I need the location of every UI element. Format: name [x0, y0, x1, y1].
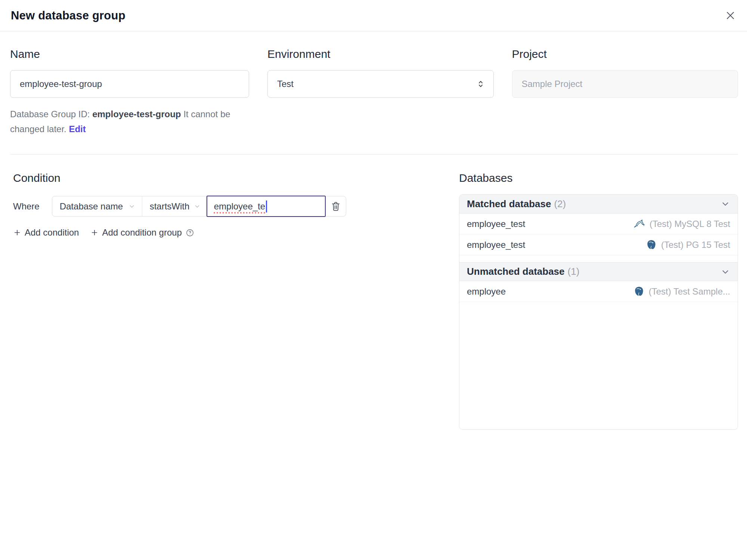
add-condition-button[interactable]: Add condition: [13, 227, 79, 238]
condition-expression-group: Database name startsWith employee_te: [52, 196, 346, 217]
group-id-note: Database Group ID: employee-test-group I…: [10, 107, 249, 137]
database-instance-label: (Test) MySQL 8 Test: [650, 219, 730, 229]
condition-value-input[interactable]: employee_te: [207, 196, 326, 217]
add-condition-label: Add condition: [25, 227, 79, 238]
matched-database-title-text: Matched database: [467, 198, 551, 209]
name-field-group: Name Database Group ID: employee-test-gr…: [10, 47, 249, 137]
where-label: Where: [13, 201, 40, 212]
condition-operator-value: startsWith: [150, 201, 190, 212]
close-button[interactable]: [725, 10, 736, 21]
database-instance-meta: (Test) PG 15 Test: [646, 239, 730, 251]
dialog-body: Name Database Group ID: employee-test-gr…: [0, 47, 747, 430]
dialog-title: New database group: [11, 9, 125, 22]
matched-database-count: (2): [554, 198, 566, 209]
databases-panel: Matched database(2) employee_test: [459, 194, 738, 430]
plus-icon: [90, 228, 99, 237]
condition-heading: Condition: [13, 171, 459, 186]
database-name: employee_test: [467, 240, 525, 250]
chevron-down-icon: [194, 203, 201, 210]
environment-field-group: Environment Test: [267, 47, 494, 137]
group-id-prefix: Database Group ID:: [10, 109, 92, 119]
database-row[interactable]: employee_test (Test) MySQL 8 Test: [459, 214, 738, 234]
condition-actions: Add condition Add condition group: [13, 227, 459, 238]
help-circle-icon: [186, 228, 194, 237]
group-id-value: employee-test-group: [92, 109, 181, 119]
plus-icon: [13, 228, 21, 237]
chevron-down-icon[interactable]: [720, 199, 730, 209]
database-instance-label: (Test) Test Sample...: [649, 286, 730, 297]
postgresql-icon: [633, 286, 645, 297]
database-row[interactable]: employee (Test) Test Sample...: [459, 281, 738, 302]
database-name: employee: [467, 286, 506, 297]
unmatched-database-count: (1): [568, 266, 580, 277]
condition-value-text: employee_te: [214, 201, 265, 212]
condition-operator-select[interactable]: startsWith: [142, 196, 207, 216]
database-instance-label: (Test) PG 15 Test: [661, 240, 730, 250]
condition-row: Where Database name startsWith: [13, 196, 459, 217]
chevron-down-icon[interactable]: [720, 267, 730, 277]
database-instance-meta: (Test) Test Sample...: [633, 286, 730, 297]
postgresql-icon: [646, 239, 657, 251]
chevron-down-icon: [128, 203, 135, 210]
environment-label: Environment: [267, 47, 494, 61]
environment-select[interactable]: Test: [267, 70, 494, 98]
environment-selected-value: Test: [277, 79, 294, 89]
project-field-group: Project: [512, 47, 738, 137]
close-icon: [725, 10, 735, 21]
dialog-header: New database group: [0, 0, 747, 31]
matched-database-header[interactable]: Matched database(2): [459, 195, 738, 214]
select-updown-icon: [476, 80, 485, 88]
database-name: employee_test: [467, 219, 525, 229]
fields-grid: Name Database Group ID: employee-test-gr…: [10, 47, 738, 137]
project-label: Project: [512, 47, 738, 61]
name-label: Name: [10, 47, 249, 61]
database-row[interactable]: employee_test (Test) PG 15 Test: [459, 234, 738, 255]
mysql-icon: [633, 218, 645, 230]
panel-empty-area: [459, 302, 738, 429]
add-condition-group-label: Add condition group: [102, 227, 182, 238]
database-instance-meta: (Test) MySQL 8 Test: [633, 218, 730, 230]
condition-field-select[interactable]: Database name: [52, 196, 142, 216]
unmatched-database-title: Unmatched database(1): [467, 266, 579, 277]
trash-icon: [331, 201, 341, 212]
condition-section: Condition Where Database name startsWith: [10, 171, 459, 238]
condition-field-value: Database name: [60, 201, 124, 212]
delete-condition-button[interactable]: [326, 196, 346, 216]
unmatched-database-title-text: Unmatched database: [467, 266, 565, 277]
section-gap: [459, 255, 738, 262]
databases-heading: Databases: [459, 171, 738, 186]
project-input: [512, 70, 738, 98]
text-caret: [266, 200, 267, 212]
matched-database-title: Matched database(2): [467, 198, 566, 210]
databases-section: Databases Matched database(2) employee_t…: [459, 171, 738, 430]
add-condition-group-button[interactable]: Add condition group: [90, 227, 182, 238]
condition-help-button[interactable]: [186, 228, 194, 237]
unmatched-database-header[interactable]: Unmatched database(1): [459, 262, 738, 281]
edit-group-id-link[interactable]: Edit: [69, 124, 86, 134]
section-divider: [10, 154, 738, 155]
name-input[interactable]: [10, 70, 249, 98]
